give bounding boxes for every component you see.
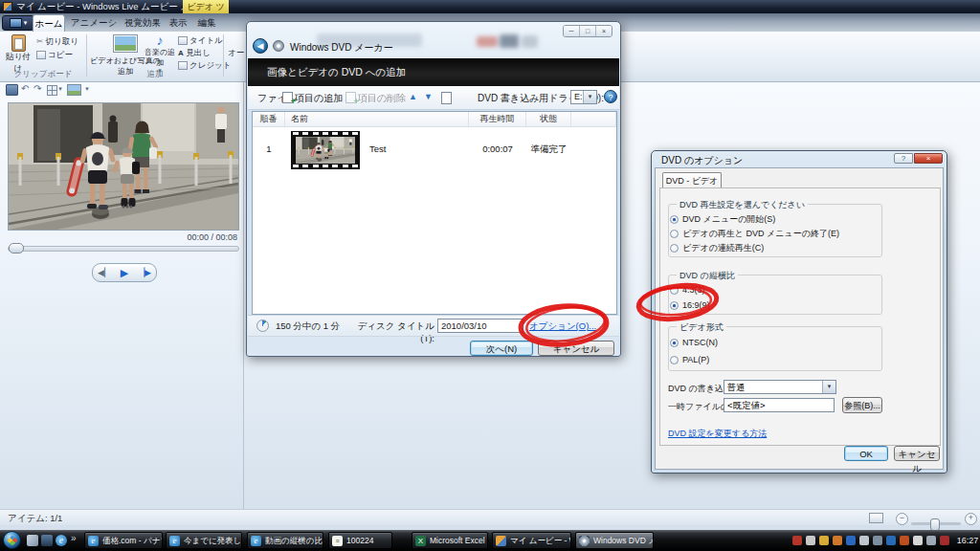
add-music-button[interactable]: ♪ 音楽の追加 ▼ [144,33,176,74]
capacity-pie-icon [256,320,269,332]
tab-animation[interactable]: アニメーション [67,14,121,32]
redo-icon[interactable]: ↷ [33,83,41,94]
taskbar-button-moviemaker[interactable]: マイ ムービー - W... [492,532,571,549]
help-button[interactable]: ? [604,90,617,103]
burn-drive-select[interactable]: E:▼ [570,90,597,104]
layout-grid-icon[interactable] [47,85,57,96]
disc-title-input[interactable]: 2010/03/10 [437,319,523,333]
radio-aspect-16-9[interactable]: 16:9(9) [670,300,710,311]
zoom-out-button[interactable]: − [896,513,908,525]
radio-play-video-end-menu[interactable]: ビデオの再生と DVD メニューの終了(E) [670,229,839,239]
radio-icon [670,244,679,253]
tab-visual-effects[interactable]: 視覚効果 [122,14,163,32]
system-tray [792,536,949,545]
ie-quicklaunch-icon[interactable]: e [56,535,67,546]
radio-aspect-4-3[interactable]: 4:3(3) [670,285,705,296]
previous-frame-button[interactable]: ◀▏ [98,265,111,280]
chevron-down-icon[interactable]: ▼ [84,86,90,92]
tab-home[interactable]: ホーム [33,14,65,32]
undo-icon[interactable]: ↶ [21,83,29,94]
options-link[interactable]: オプション(O)... [529,320,596,333]
zoom-in-button[interactable]: + [965,513,977,525]
tab-dvd-video[interactable]: DVD - ビデオ [662,172,722,188]
cancel-button[interactable]: キャンセル [538,341,614,356]
switch-windows-icon[interactable] [41,535,53,546]
ie-icon: e [169,536,180,546]
taskbar-button-ie2[interactable]: e今までに発表した... [166,532,242,549]
quicklaunch-overflow-chevron[interactable]: » [71,533,77,543]
list-item[interactable]: 1 Test 0:00:07 準備完了 [253,126,616,172]
radio-ntsc[interactable]: NTSC(N) [670,338,718,348]
tray-icon[interactable] [792,536,802,545]
chevron-down-icon[interactable]: ▼ [57,86,63,92]
tray-icon[interactable] [859,536,869,545]
play-button[interactable]: ▶ [121,265,128,280]
move-up-button[interactable]: ▲ [409,92,417,101]
taskbar-button-ie3[interactable]: e動画の縦横の比率... [247,532,323,549]
start-button[interactable] [3,531,21,549]
properties-icon[interactable] [441,92,452,104]
seek-thumb[interactable] [9,243,24,253]
radio-pal[interactable]: PAL(P) [670,355,709,365]
application-menu-button[interactable]: ▾ [2,15,34,31]
thumbnail-size-icon[interactable] [869,513,883,523]
column-order[interactable]: 順番 [253,112,285,126]
column-status[interactable]: 状態 [526,112,571,126]
tray-icon[interactable] [913,536,923,545]
move-down-button[interactable]: ▼ [424,92,433,101]
taskbar: e » e価格.com - パナソ... e今までに発表した... e動画の縦横… [0,530,980,551]
cancel-button[interactable]: キャンセル [894,446,940,461]
browse-button[interactable]: 参照(B)... [842,397,882,413]
dialog-body: DVD - ビデオ DVD 再生設定を選んでください DVD メニューの開始(S… [655,167,944,470]
tray-icon[interactable] [940,536,949,545]
item-count: アイテム: 1/1 [8,513,62,525]
tray-icon[interactable] [886,536,896,545]
burn-speed-select[interactable]: 普通▼ [724,380,836,394]
radio-start-with-menu[interactable]: DVD メニューの開始(S) [670,214,775,225]
change-settings-help-link[interactable]: DVD 設定を変更する方法 [668,428,767,440]
tray-icon[interactable] [819,536,829,545]
tray-icon[interactable] [846,536,856,545]
tray-icon[interactable] [873,536,882,545]
zoom-slider[interactable] [911,522,961,525]
video-preview [8,102,239,231]
show-desktop-icon[interactable] [27,535,38,546]
tray-icon[interactable] [926,536,936,545]
tab-view[interactable]: 表示 [165,14,191,32]
taskbar-button-notepad[interactable]: ≡100224 [328,532,392,549]
title-button[interactable]: タイトル [178,35,223,47]
tray-icon[interactable] [833,536,842,545]
taskbar-button-kakaku[interactable]: e価格.com - パナソ... [84,532,163,549]
tray-icon[interactable] [900,536,909,545]
next-button[interactable]: 次へ(N) [470,341,533,356]
caption-button[interactable]: A 見出し [178,48,211,59]
add-item-button[interactable]: 項目の追加 [282,92,343,105]
tab-edit[interactable]: 編集 [193,14,220,32]
dvd-item-list: 順番 名前 再生時間 状態 1 Test 0:00:07 準備完了 [252,111,617,315]
ok-button[interactable]: OK [844,446,888,461]
taskbar-button-excel[interactable]: XMicrosoft Excel - ... [412,532,488,549]
preview-toggle-icon[interactable] [67,84,81,96]
dialog-help-button[interactable]: ? [894,153,913,164]
back-button[interactable]: ◀ [253,38,268,54]
cut-button[interactable]: ✂ 切り取り [36,36,78,48]
contextual-tab-video-tools[interactable]: ビデオ ツール [183,0,229,13]
tray-icon[interactable] [806,536,815,545]
minimize-button[interactable]: ─ [564,26,580,36]
column-name[interactable]: 名前 [285,112,469,126]
seek-bar[interactable] [8,246,239,252]
maximize-button[interactable]: □ [580,26,596,36]
taskbar-button-dvdmaker[interactable]: Windows DVD メ... [575,532,654,549]
column-duration[interactable]: 再生時間 [469,112,526,126]
app-icon [3,2,12,11]
dialog-close-button[interactable]: × [914,153,943,164]
remove-item-button[interactable]: 項目の削除 [345,92,406,105]
copy-button[interactable]: コピー [36,50,73,61]
radio-loop-video[interactable]: ビデオの連続再生(C) [670,243,764,253]
next-frame-button[interactable]: ▕▶ [138,265,151,280]
temp-location-input[interactable]: <既定値> [724,398,835,412]
item-duration: 0:00:07 [469,143,526,154]
save-icon[interactable] [6,84,18,96]
close-button[interactable]: × [596,26,612,36]
dialog-title: DVD のオプション [661,154,743,167]
